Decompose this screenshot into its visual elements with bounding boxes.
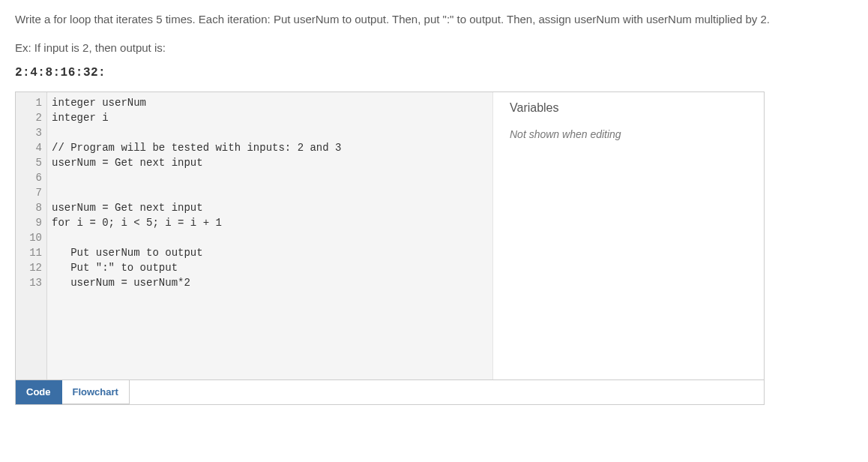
line-number-gutter: 12345678910111213 <box>16 92 47 380</box>
variables-title: Variables <box>510 101 747 115</box>
line-number: 2 <box>16 110 46 125</box>
code-line[interactable] <box>52 185 492 200</box>
line-number: 4 <box>16 140 46 155</box>
line-number: 10 <box>16 230 46 245</box>
editor-container: 12345678910111213 integer userNuminteger… <box>15 92 765 405</box>
example-label: Ex: If input is 2, then output is: <box>15 41 853 54</box>
code-line[interactable] <box>52 125 492 140</box>
code-line[interactable] <box>52 230 492 245</box>
example-output: 2:4:8:16:32: <box>15 66 853 80</box>
code-line[interactable]: Put userNum to output <box>52 245 492 260</box>
line-number: 1 <box>16 95 46 110</box>
line-number: 5 <box>16 155 46 170</box>
editor-body: 12345678910111213 integer userNuminteger… <box>16 92 764 380</box>
editor-tabs: Code Flowchart <box>16 380 764 404</box>
variables-message: Not shown when editing <box>510 128 747 140</box>
code-line[interactable]: userNum = userNum*2 <box>52 275 492 290</box>
tab-flowchart[interactable]: Flowchart <box>62 380 130 404</box>
variables-pane: Variables Not shown when editing <box>493 92 764 380</box>
line-number: 11 <box>16 245 46 260</box>
line-number: 6 <box>16 170 46 185</box>
tab-code[interactable]: Code <box>16 380 62 404</box>
code-line[interactable]: integer userNum <box>52 95 492 110</box>
code-line[interactable]: Put ":" to output <box>52 260 492 275</box>
line-number: 8 <box>16 200 46 215</box>
problem-instructions: Write a for loop that iterates 5 times. … <box>15 10 853 28</box>
line-number: 3 <box>16 125 46 140</box>
line-number: 7 <box>16 185 46 200</box>
line-number: 9 <box>16 215 46 230</box>
code-lines[interactable]: integer userNuminteger i // Program will… <box>47 92 492 380</box>
code-line[interactable]: userNum = Get next input <box>52 155 492 170</box>
code-line[interactable]: integer i <box>52 110 492 125</box>
code-line[interactable] <box>52 170 492 185</box>
code-pane[interactable]: 12345678910111213 integer userNuminteger… <box>16 92 493 380</box>
code-line[interactable]: for i = 0; i < 5; i = i + 1 <box>52 215 492 230</box>
line-number: 12 <box>16 260 46 275</box>
line-number: 13 <box>16 275 46 290</box>
code-line[interactable]: // Program will be tested with inputs: 2… <box>52 140 492 155</box>
code-line[interactable]: userNum = Get next input <box>52 200 492 215</box>
